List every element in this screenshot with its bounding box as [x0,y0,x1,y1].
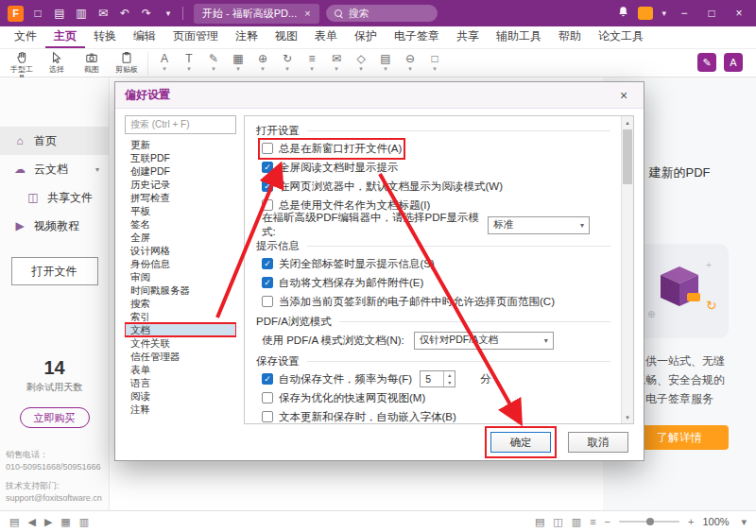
ok-button[interactable]: 确定 [490,432,551,453]
category-list-item[interactable]: 设计网格 [125,244,236,257]
category-list-item[interactable]: 搜索 [125,297,236,310]
quick-access-chevron-icon[interactable]: ▾ [161,9,176,18]
toolbar-tool-icon[interactable]: A ▾ [155,51,174,72]
checkbox[interactable] [262,258,273,269]
status-tool-icon[interactable]: ▦ [60,516,70,528]
status-tool-icon[interactable]: ▶ [44,516,52,528]
zoom-in-button[interactable]: + [688,516,694,527]
status-tool-icon[interactable]: ▤ [9,516,19,528]
toolbar-tool-icon[interactable]: ≡ ▾ [302,51,321,72]
toolbar-tool-icon[interactable]: ▤ ▾ [376,51,395,72]
toolbar-tool-icon[interactable]: ⊕ ▾ [253,51,272,72]
undo-icon[interactable]: ↶ [117,7,132,20]
category-list-item[interactable]: 信任管理器 [125,350,236,363]
category-list-item[interactable]: 拼写检查 [125,191,236,204]
menu-item[interactable]: 编辑 [125,26,164,48]
autosave-interval-stepper[interactable]: 5 ▴ ▾ [420,370,455,387]
open-file-icon[interactable]: □ [30,7,45,20]
toolbar-tool-icon[interactable]: ◇ ▾ [352,51,370,72]
sidebar-item[interactable]: ☁ 云文档 ▾ [0,155,109,183]
titlebar-search-input[interactable]: 搜索 [326,5,438,22]
category-list-item[interactable]: 历史记录 [125,178,236,191]
menu-item[interactable]: 表单 [306,26,346,48]
clipboard-tool-button[interactable]: 剪贴板 [112,51,141,74]
autosave-interval-value[interactable]: 5 [421,371,443,386]
sidebar-item[interactable]: ◫ 共享文件 ▾ [0,183,109,212]
toolbar-tool-icon[interactable]: ✉ ▾ [327,51,346,72]
minimize-button[interactable]: − [675,7,694,20]
category-list-item[interactable]: 语言 [125,376,236,389]
menu-item[interactable]: 帮助 [550,26,590,48]
zoom-level[interactable]: 100% [702,516,732,527]
close-button[interactable]: × [730,7,748,20]
category-list-item[interactable]: 审阅 [125,270,236,283]
checkbox[interactable] [262,199,273,211]
toolbar-tool-icon[interactable]: T ▾ [180,51,198,72]
zoom-chevron-icon[interactable]: ▾ [741,516,747,528]
open-file-button[interactable]: 打开文件 [11,257,98,285]
sidebar-item[interactable]: ▶ 视频教程 ▾ [0,212,109,240]
tab-close-icon[interactable]: × [304,8,310,19]
category-list-item[interactable]: 索引 [125,310,236,323]
checkbox[interactable] [262,162,273,173]
buy-now-button[interactable]: 立即购买 [20,407,90,428]
autosave-checkbox[interactable] [262,373,273,385]
account-icon[interactable] [638,7,653,20]
sidebar-item[interactable]: ⌂ 首页 ▾ [0,127,109,155]
save-icon[interactable]: ▤ [52,7,67,20]
menu-item[interactable]: 主页 [45,26,85,48]
menu-item[interactable]: 共享 [448,26,488,48]
view-mode-icon[interactable]: ◫ [553,516,562,528]
checkbox[interactable] [262,411,273,422]
category-list-item[interactable]: 表单 [125,363,236,376]
checkbox[interactable] [262,180,273,192]
menu-item[interactable]: 文件 [6,26,45,48]
menu-item[interactable]: 注释 [227,26,266,48]
account-chevron-icon[interactable]: ▾ [662,9,666,18]
menu-item[interactable]: 电子签章 [386,26,448,48]
maximize-button[interactable]: □ [702,7,721,20]
category-list-item[interactable]: 身份信息 [125,257,236,270]
checkbox[interactable] [262,392,273,403]
category-list-item[interactable]: 创建PDF [125,164,236,178]
category-list-item[interactable]: 平板 [125,204,236,217]
toolbar-tool-icon[interactable]: ↻ ▾ [278,51,297,72]
category-list-item[interactable]: 更新 [125,138,236,151]
category-list-item[interactable]: 文档 [125,323,236,336]
status-tool-icon[interactable]: ◀ [27,516,35,528]
preferences-search-input[interactable]: 搜索 (Ctrl + F) [125,115,236,134]
category-list-item[interactable]: 文件关联 [125,336,236,350]
category-list-item[interactable]: 全屏 [125,231,236,244]
view-mode-icon[interactable]: ▥ [572,516,581,528]
zoom-slider-knob[interactable] [646,518,654,525]
menu-item[interactable]: 转换 [85,26,125,48]
checkbox[interactable] [262,296,273,307]
toolbar-tool-icon[interactable]: ⊖ ▾ [401,51,420,72]
redo-icon[interactable]: ↷ [139,7,154,20]
toolbar-tool-icon[interactable]: ▦ ▾ [229,51,248,72]
checkbox[interactable] [262,143,273,154]
stepper-down-icon[interactable]: ▾ [444,379,455,386]
document-tab[interactable]: 开始 - 福昕高级PD... × [194,4,319,24]
scrollbar-thumb[interactable] [623,129,632,184]
scroll-up-icon[interactable]: ▴ [622,116,633,129]
menu-item[interactable]: 论文工具 [590,26,652,48]
scroll-down-icon[interactable]: ▾ [622,411,633,423]
notifications-bell-icon[interactable] [617,5,629,22]
accent-tool-icon[interactable]: ✎ [697,53,716,72]
category-list-item[interactable]: 互联PDF [125,151,236,164]
dialog-close-icon[interactable]: × [613,88,634,103]
pdf-display-mode-select[interactable]: 标准 ▾ [488,216,590,234]
menu-item[interactable]: 辅助工具 [488,26,550,48]
print-icon[interactable]: ▥ [74,7,89,20]
cancel-button[interactable]: 取消 [568,432,628,453]
view-mode-icon[interactable]: ≡ [590,516,595,528]
menu-item[interactable]: 视图 [266,26,306,48]
pdfa-mode-select[interactable]: 仅针对PDF/A文档 ▾ [414,332,554,350]
stepper-up-icon[interactable]: ▴ [444,371,455,379]
menu-item[interactable]: 保护 [346,26,386,48]
support-email[interactable]: support@foxitsoftware.cn [6,492,109,505]
zoom-slider[interactable] [619,521,679,523]
dialog-scrollbar[interactable]: ▴ ▾ [621,116,633,423]
toolbar-tool-icon[interactable]: □ ▾ [425,51,444,72]
